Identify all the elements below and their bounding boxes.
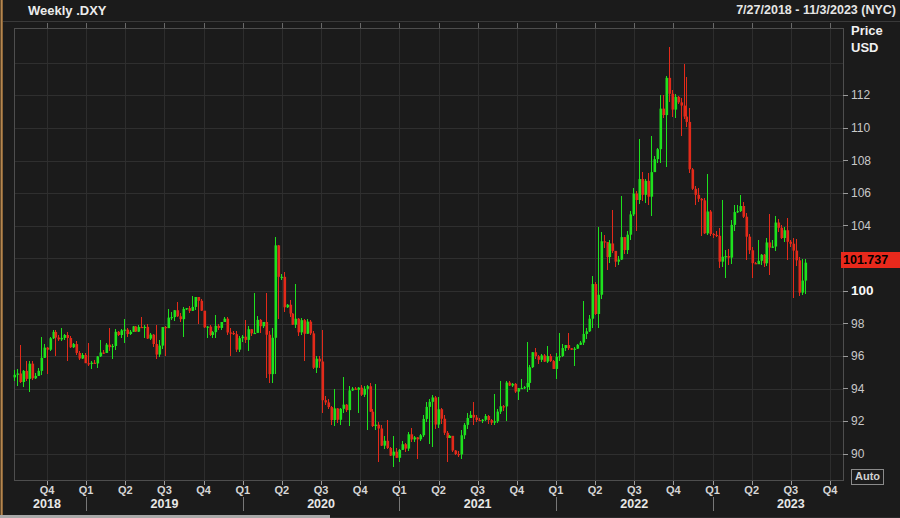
x-axis-quarter-label: Q1 [541, 484, 571, 496]
x-axis-quarter-label: Q2 [737, 484, 767, 496]
x-axis-quarter-label: Q1 [71, 484, 101, 496]
x-axis-quarter-label: Q1 [228, 484, 258, 496]
x-axis-year-label: 2018 [25, 497, 69, 511]
x-axis-quarter-label: Q4 [502, 484, 532, 496]
x-axis-year-label: 2022 [612, 497, 656, 511]
chart-title: Weekly .DXY [28, 3, 107, 18]
x-axis-year-label: 2023 [769, 497, 813, 511]
x-axis-quarter-label: Q3 [776, 484, 806, 496]
x-axis-quarter-label: Q3 [306, 484, 336, 496]
x-axis-year-label: 2019 [142, 497, 186, 511]
x-axis-quarter-label: Q4 [189, 484, 219, 496]
x-axis-year-label: 2020 [299, 497, 343, 511]
last-price-flag[interactable]: 101.737 [841, 252, 900, 268]
x-axis-quarter-label: Q1 [698, 484, 728, 496]
auto-scale-button[interactable]: Auto [851, 469, 884, 485]
x-axis-quarter-label: Q3 [149, 484, 179, 496]
x-axis-quarter-label: Q3 [619, 484, 649, 496]
x-axis-quarter-label: Q4 [815, 484, 845, 496]
x-axis-quarter-label: Q2 [580, 484, 610, 496]
x-axis-quarter-label: Q4 [32, 484, 62, 496]
x-axis-quarter-label: Q2 [424, 484, 454, 496]
x-axis-quarter-label: Q1 [384, 484, 414, 496]
x-axis-quarter-label: Q2 [267, 484, 297, 496]
x-axis-quarter-label: Q3 [463, 484, 493, 496]
title-bar: Weekly .DXY 7/27/2018 - 11/3/2023 (NYC) [0, 0, 900, 22]
x-axis-quarter-label: Q4 [658, 484, 688, 496]
chart-window: Weekly .DXY 7/27/2018 - 11/3/2023 (NYC) … [0, 0, 900, 518]
x-axis-quarter-label: Q2 [110, 484, 140, 496]
date-range-label: 7/27/2018 - 11/3/2023 (NYC) [736, 3, 896, 17]
x-axis-quarter-label: Q4 [345, 484, 375, 496]
x-axis-labels: Q4Q1Q2Q3Q4Q1Q2Q3Q4Q1Q2Q3Q4Q1Q2Q3Q4Q1Q2Q3… [0, 0, 900, 518]
window-left-frame [0, 0, 3, 518]
x-axis-year-label: 2021 [456, 497, 500, 511]
